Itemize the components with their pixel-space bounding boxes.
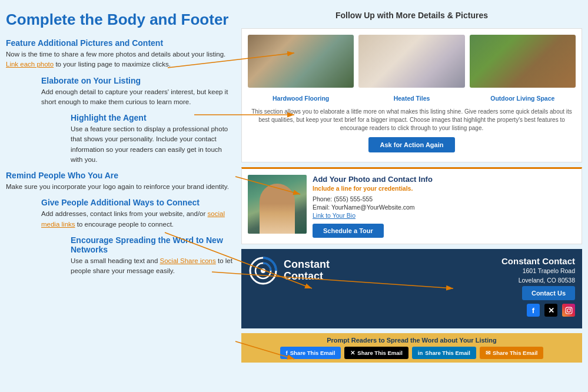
highlight-agent-heading: Highlight the Agent	[71, 113, 235, 122]
phone-line: Phone: (555) 555-555	[313, 195, 576, 202]
twitter-share-icon: ✕	[350, 350, 355, 356]
section-encourage: Encourage Spreading the Word to New Netw…	[71, 235, 235, 277]
facebook-icon[interactable]: f	[527, 304, 540, 317]
outdoor-living-image	[470, 35, 576, 88]
agent-info: Add Your Photo and Contact Info Include …	[313, 175, 576, 238]
footer-section: Constant Contact Constant Contact 1601 T…	[241, 249, 582, 328]
share-buttons: f Share This Email ✕ Share This Email in…	[247, 347, 576, 359]
remind-heading: Remind People Who You Are	[6, 171, 235, 180]
left-panel: Complete the Body and Footer Feature Add…	[6, 11, 235, 386]
svg-point-2	[261, 268, 265, 273]
schedule-tour-button[interactable]: Schedule a Tour	[313, 224, 384, 238]
remind-text: Make sure you incorporate your logo agai…	[6, 182, 235, 192]
main-container: Complete the Body and Footer Feature Add…	[0, 0, 588, 392]
footer-contact-area: Constant Contact 1601 Trapelo Road Lovel…	[501, 256, 575, 317]
section-feature-pictures: Feature Additional Pictures and Content …	[6, 38, 235, 70]
agent-photo	[248, 175, 307, 234]
section-highlight-agent: Highlight the Agent Use a feature sectio…	[71, 113, 235, 165]
feature-pictures-text: Now is the time to share a few more phot…	[6, 49, 235, 70]
page-title: Complete the Body and Footer	[6, 11, 235, 29]
encourage-text: Use a small heading text and Social Shar…	[71, 256, 235, 277]
svg-point-4	[567, 308, 570, 311]
outdoor-caption: Outdoor Living Space	[470, 92, 576, 103]
footer-address-1: 1601 Trapelo Road	[501, 267, 575, 274]
email-share-icon: ✉	[486, 350, 490, 356]
hardwood-flooring-image	[248, 35, 354, 88]
email-line: Email: YourName@YourWebsite.com	[313, 204, 576, 211]
section-remind: Remind People Who You Are Make sure you …	[6, 171, 235, 192]
agent-section: Add Your Photo and Contact Info Include …	[241, 167, 582, 244]
elaborate-heading: Elaborate on Your Listing	[41, 76, 235, 85]
facebook-share-icon: f	[286, 350, 288, 356]
footer-logo-area: Constant Contact	[248, 256, 330, 285]
bio-link[interactable]: Link to Your Bio	[313, 212, 356, 219]
svg-point-5	[570, 308, 571, 309]
feature-pictures-heading: Feature Additional Pictures and Content	[6, 38, 235, 48]
image-row	[248, 35, 576, 88]
heated-tiles-caption: Heated Tiles	[358, 92, 464, 103]
social-icons: f ✕	[501, 304, 575, 317]
image-section: Hardwood Flooring Heated Tiles Outdoor L…	[241, 28, 582, 162]
right-panel: Follow Up with More Details & Pictures H…	[241, 11, 582, 386]
cc-logo-text: Constant Contact	[284, 259, 330, 283]
hardwood-caption: Hardwood Flooring	[248, 92, 354, 103]
caption-row: Hardwood Flooring Heated Tiles Outdoor L…	[248, 92, 576, 103]
elaborate-text: Add enough detail to capture your reader…	[41, 87, 235, 108]
give-people-text: Add addresses, contact links from your w…	[41, 209, 235, 230]
instagram-icon[interactable]	[562, 304, 575, 317]
link-each-photo-link[interactable]: Link each photo	[6, 61, 54, 68]
share-facebook-button[interactable]: f Share This Email	[280, 347, 341, 359]
cc-logo-icon	[248, 256, 278, 285]
heated-tiles-image	[358, 35, 464, 88]
email-section-title: Follow Up with More Details & Pictures	[241, 11, 582, 20]
share-bar-title: Prompt Readers to Spread the Word about …	[247, 337, 576, 344]
contact-us-button[interactable]: Contact Us	[522, 286, 575, 300]
bio-link-line: Link to Your Bio	[313, 212, 576, 219]
encourage-heading: Encourage Spreading the Word to New Netw…	[71, 235, 235, 254]
footer-top: Constant Contact Constant Contact 1601 T…	[248, 256, 575, 317]
share-twitter-button[interactable]: ✕ Share This Email	[344, 347, 408, 359]
svg-rect-3	[566, 307, 572, 314]
social-share-icons-link[interactable]: Social Share icons	[160, 257, 216, 264]
twitter-icon[interactable]: ✕	[544, 304, 557, 317]
share-bar: Prompt Readers to Spread the Word about …	[241, 333, 582, 363]
highlight-agent-text: Use a feature section to display a profe…	[71, 124, 235, 165]
share-linkedin-button[interactable]: in Share This Email	[412, 347, 476, 359]
section-give-people: Give People Additional Ways to Connect A…	[41, 198, 235, 230]
linkedin-share-icon: in	[418, 350, 423, 356]
section-elaborate: Elaborate on Your Listing Add enough det…	[41, 76, 235, 108]
give-people-heading: Give People Additional Ways to Connect	[41, 198, 235, 207]
agent-section-heading: Add Your Photo and Contact Info	[313, 175, 576, 184]
ask-action-button[interactable]: Ask for Action Again	[368, 137, 456, 152]
footer-address-2: Loveland, CO 80538	[501, 277, 575, 284]
footer-company-name: Constant Contact	[501, 256, 575, 266]
credential-line: Include a line for your credentials.	[313, 185, 576, 192]
image-description: This section allows you to elaborate a l…	[248, 108, 576, 132]
share-email-button[interactable]: ✉ Share This Email	[480, 347, 544, 359]
